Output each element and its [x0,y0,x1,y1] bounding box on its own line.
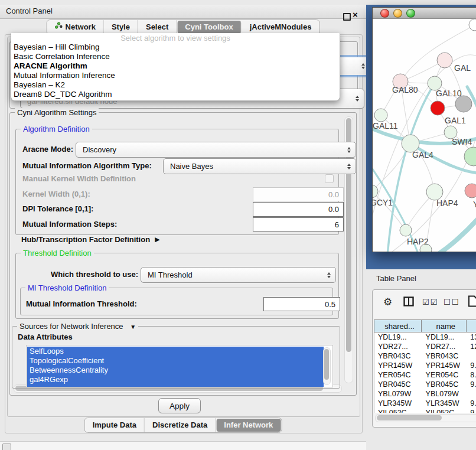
dropdown-prompt: Select algorithm to view settings [11,33,340,43]
kernel-width-label: Kernel Width (0,1): [22,187,90,200]
network-node-gal11[interactable] [374,109,387,122]
attribute-item-partial[interactable] [27,384,324,387]
dropdown-item-aracne[interactable]: ARACNE Algorithm [11,61,340,71]
column-header-shared-name[interactable]: shared... [374,320,422,332]
attribute-item[interactable]: BetweennessCentrality [27,366,324,375]
attribute-item[interactable]: TopologicalCoefficient [27,356,324,366]
network-node-gcy1[interactable] [373,185,378,198]
sources-toggle[interactable]: Sources for Network Inference ▼ [17,322,138,331]
tab-jactivemnodules[interactable]: jActiveMNodules [242,20,319,34]
hub-definition-toggle[interactable]: Hub/Transcription Factor Definition ▶ [21,235,160,244]
network-node-hap2[interactable] [400,224,412,236]
table-panel-title: Table Panel [376,274,416,283]
dpi-tolerance-field[interactable]: 0.0 [253,202,344,217]
tab-network[interactable]: Network [47,20,104,34]
which-threshold-combo[interactable]: MI Threshold [141,267,336,283]
dropdown-item[interactable]: Bayesian – Hill Climbing [11,43,340,52]
group-title: Cyni Algorithm Settings [15,108,99,117]
node-label: GAL4 [412,150,433,159]
tab-impute-data[interactable]: Impute Data [85,418,145,432]
network-node-gal1-selected[interactable] [431,101,445,115]
table-row[interactable]: YBR043CYBR043C [374,351,476,361]
table-row[interactable]: YIL052CYIL052C9 [374,408,476,413]
manual-kernel-label: Manual Kernel Width Definition [22,174,136,183]
data-attributes-label: Data Attributes [18,332,73,341]
control-panel-titlebar: Control Panel × [0,5,366,19]
column-header-partial[interactable] [467,320,476,332]
network-window-titlebar[interactable] [373,8,476,19]
combo-spinner-icon [347,164,351,169]
table-row[interactable]: YDR27...YDR27...12 [374,342,476,351]
window-grip-icon[interactable] [2,444,11,450]
network-node-labels: GAL GAL80 GAL10 GAL1 GAL11 SWI4 GAL4 GCY… [373,63,476,246]
network-canvas[interactable]: GAL GAL80 GAL10 GAL1 GAL11 SWI4 GAL4 GCY… [373,19,476,252]
gear-icon[interactable]: ⚙ [383,296,392,308]
node-table: shared... name YDL19...YDL19...13 YDR27.… [374,319,476,413]
kernel-width-field[interactable]: 0.0 [253,187,344,201]
column-header-name[interactable]: name [422,320,467,332]
apply-button[interactable]: Apply [158,398,201,413]
aracne-mode-combo[interactable]: Discovery [76,142,356,158]
zoom-window-icon[interactable] [406,9,415,18]
unchecked-columns-icon[interactable]: ☐☐ [444,298,459,306]
table-horizontal-scrollbar[interactable] [375,414,476,422]
manual-kernel-checkbox[interactable] [325,174,334,183]
table-header-row: shared... name [374,319,476,332]
table-row[interactable]: YDL19...YDL19...13 [374,332,476,342]
combo-spinner-icon [361,63,365,69]
mi-steps-field[interactable]: 6 [253,217,344,231]
node-label: Y [473,200,476,209]
attribute-item[interactable]: gal4RGexp [27,375,324,384]
split-pane-icon[interactable] [403,296,414,309]
tab-discretize-data[interactable]: Discretize Data [145,418,216,432]
combo-spinner-icon [356,96,359,102]
network-tab-icon [55,20,63,34]
network-node-gray[interactable] [455,96,472,112]
tab-style[interactable]: Style [104,20,138,34]
data-attributes-list: SelfLoops TopologicalCoefficient Between… [26,345,333,387]
network-node-hap4[interactable] [426,184,443,200]
close-window-icon[interactable] [380,9,389,18]
chevron-right-icon: ▶ [155,236,159,243]
node-label: GAL80 [392,85,418,94]
tab-select[interactable]: Select [138,20,177,34]
mi-type-combo[interactable]: Naive Bayes [163,158,356,174]
dropdown-item[interactable]: Bayesian – K2 [11,80,340,90]
minimize-window-icon[interactable] [393,9,402,18]
table-row[interactable]: YBL079WYBL079W [374,389,476,399]
which-threshold-label: Which threshold to use: [51,267,138,282]
mi-threshold-field[interactable]: 0.5 [263,297,340,311]
node-label: GAL11 [373,121,398,131]
attribute-item[interactable]: SelfLoops [27,347,324,356]
table-row[interactable]: YBR045CYBR045C9. [374,380,476,389]
node-label: GCY1 [373,198,393,207]
node-label: GAL1 [445,116,466,125]
close-icon[interactable]: × [353,9,358,19]
panel-title: Control Panel [6,6,53,15]
checked-columns-icon[interactable]: ☑☑ [422,298,438,306]
mi-type-label: Mutual Information Algorithm Type: [22,158,152,173]
node-label: GAL [454,63,471,73]
network-node[interactable] [469,19,476,31]
dropdown-item[interactable]: Dream8 DC_TDC Algorithm [11,90,340,99]
dpi-tolerance-label: DPI Tolerance [0,1]: [22,202,93,216]
table-row[interactable]: YLR345WYLR345W9. [374,399,476,408]
group-title: Threshold Definition [21,249,94,257]
dropdown-item[interactable]: Basic Correlation Inference [11,52,340,61]
float-window-icon[interactable] [343,13,351,21]
tab-infer-network[interactable]: Infer Network [216,419,281,432]
table-row[interactable]: YER054CYER054C8. [374,370,476,380]
network-node[interactable] [437,53,452,68]
mi-threshold-label: Mutual Information Threshold: [26,297,137,310]
dropdown-item[interactable]: Mutual Information Inference [11,71,340,80]
table-row[interactable]: YPR145WYPR145W9. [374,361,476,370]
list-vertical-scrollbar[interactable] [323,347,331,385]
combo-spinner-icon [347,147,351,153]
tab-cyni-toolbox[interactable]: Cyni Toolbox [177,21,241,34]
table-panel-region: Table Panel ⚙ ☑☑ ☐☐ shared... name YDL19… [366,269,476,450]
network-node[interactable] [465,184,476,198]
group-title: MI Threshold Definition [25,283,109,292]
new-table-icon[interactable] [467,295,476,309]
aracne-mode-label: Aracne Mode: [22,142,73,156]
network-view-window: GAL GAL80 GAL10 GAL1 GAL11 SWI4 GAL4 GCY… [372,7,476,252]
